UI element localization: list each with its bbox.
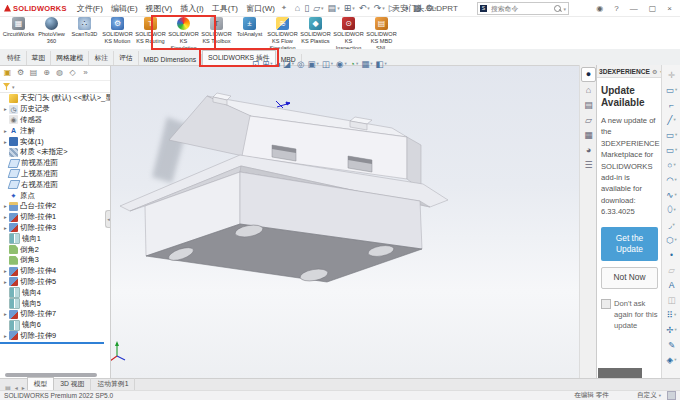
search-input[interactable] xyxy=(489,4,552,13)
tree-item[interactable]: 右视基准面 xyxy=(0,179,110,190)
caret-icon[interactable]: ▾ xyxy=(674,327,676,332)
caret-icon[interactable]: ▾ xyxy=(321,5,324,11)
addin-solidworks-simulation[interactable]: SOLIDWORKS Simulation xyxy=(167,16,200,49)
straight-slot-button[interactable]: ▭▾ xyxy=(666,142,677,157)
dont-ask-checkbox-row[interactable]: Don't ask again for this update xyxy=(601,298,658,332)
dimxpertmanager-tab-icon[interactable]: ⊕ xyxy=(41,67,52,78)
command-tab[interactable]: 标注 xyxy=(89,51,114,65)
command-tab[interactable]: 特征 xyxy=(2,51,27,65)
view-orientation-button[interactable]: ▣▾ xyxy=(308,59,319,69)
appearances-scenes-tab[interactable]: ◕ xyxy=(582,144,595,157)
command-tab[interactable]: 草图 xyxy=(27,51,52,65)
search-box[interactable]: S ▾ xyxy=(477,2,569,15)
caret-icon[interactable]: ▾ xyxy=(317,61,319,66)
tree-item[interactable]: 镜向1 xyxy=(0,233,110,244)
reference-plane-button[interactable]: ▱ xyxy=(668,262,675,277)
tree-item[interactable]: ▸A注解 xyxy=(0,125,110,136)
menubar-item[interactable]: 窗口(W) xyxy=(242,4,279,13)
caret-icon[interactable]: ▾ xyxy=(674,312,676,317)
caret-icon[interactable]: ▾ xyxy=(370,61,372,66)
expand-arrow-icon[interactable]: ▸ xyxy=(2,225,9,231)
addin-solidworks-flow-simulation[interactable]: ≋SOLIDWORKS Flow Simulation xyxy=(266,16,299,49)
tree-item[interactable]: 上视基准面 xyxy=(0,169,110,180)
section-view-button[interactable]: ◪▾ xyxy=(283,59,294,69)
caret-icon[interactable]: ▾ xyxy=(675,147,677,152)
tree-item[interactable]: 镜向4 xyxy=(0,287,110,298)
caret-icon[interactable]: ▾ xyxy=(331,61,333,66)
search-caret-icon[interactable]: ▾ xyxy=(563,6,566,12)
checkbox[interactable] xyxy=(601,299,611,309)
print-button[interactable]: ⊞▾ xyxy=(342,3,357,13)
addin-solidworks-toolbox[interactable]: TSOLIDWORKS Toolbox xyxy=(200,16,233,49)
menu-pin-icon[interactable]: ✦ xyxy=(281,4,287,12)
custom-properties-tab[interactable]: ☰ xyxy=(582,159,595,172)
caret-icon[interactable]: ▾ xyxy=(367,5,370,11)
expand-arrow-icon[interactable]: ▸ xyxy=(2,106,9,112)
caret-icon[interactable]: ▾ xyxy=(674,207,676,212)
new-document-button[interactable]: ▯ xyxy=(302,3,311,13)
tree-item[interactable]: ▸凸台-拉伸2 xyxy=(0,201,110,212)
expand-arrow-icon[interactable]: ▸ xyxy=(2,214,9,220)
caret-icon[interactable]: ▾ xyxy=(675,237,677,242)
status-units[interactable]: 自定义 xyxy=(637,391,657,400)
open-button[interactable]: ▱▾ xyxy=(311,3,325,13)
tree-item[interactable]: ⌖原点 xyxy=(0,190,110,201)
smart-dimension-button[interactable]: ✛ xyxy=(668,67,675,82)
hide-show-items-button[interactable]: ◉▾ xyxy=(336,59,347,69)
command-tab[interactable]: MBD Dimensions xyxy=(139,54,203,65)
menubar-item[interactable]: 文件(F) xyxy=(73,4,107,13)
quick-snaps-button[interactable]: ◈▾ xyxy=(667,352,677,367)
addin-solidworks-inspection[interactable]: ⊙SOLIDWORKS Inspection xyxy=(332,16,365,49)
tree-item[interactable]: 镜向5 xyxy=(0,298,110,309)
menubar-item[interactable]: 插入(I) xyxy=(176,4,208,13)
tree-filter-row[interactable]: ▾ xyxy=(0,81,110,93)
caret-icon[interactable]: ▾ xyxy=(356,61,358,66)
save-button[interactable]: ▤▾ xyxy=(326,3,342,13)
caret-icon[interactable]: ▾ xyxy=(352,5,355,11)
tree-item[interactable]: ▸切除-拉伸4 xyxy=(0,266,110,277)
apply-scene-button[interactable]: ▦▾ xyxy=(361,59,372,69)
tree-item[interactable]: ▸切除-拉伸9 xyxy=(0,331,110,342)
graphics-viewport[interactable] xyxy=(110,65,579,379)
spline-button[interactable]: ∿▾ xyxy=(666,187,676,202)
tree-item[interactable]: 前视基准面 xyxy=(0,158,110,169)
polygon-button[interactable]: ⬡▾ xyxy=(666,232,677,247)
command-tab[interactable]: 网格建模 xyxy=(51,51,89,65)
caret-icon[interactable]: ▾ xyxy=(292,61,294,66)
rollback-bar[interactable] xyxy=(0,342,104,344)
tree-item[interactable]: ▸切除-拉伸5 xyxy=(0,277,110,288)
more-tabs-tab-icon[interactable]: » xyxy=(80,67,91,78)
addin-solidworks-motion[interactable]: ⚙SOLIDWORKS Motion xyxy=(101,16,134,49)
expand-arrow-icon[interactable]: ▸ xyxy=(2,333,9,339)
featuremanager-tab-icon[interactable]: ▣ xyxy=(2,67,13,78)
caret-icon[interactable]: ▾ xyxy=(382,5,385,11)
status-tag-icon[interactable] xyxy=(667,391,676,400)
addin-photoview-360[interactable]: PhotoView 360 xyxy=(35,16,68,49)
caret-icon[interactable]: ▾ xyxy=(673,162,675,167)
circle-button[interactable]: ○▾ xyxy=(667,157,675,172)
edit-appearance-button[interactable]: ◔▾ xyxy=(350,59,358,69)
menubar-item[interactable]: 工具(T) xyxy=(208,4,242,13)
addin-circuitworks[interactable]: ▦CircuitWorks xyxy=(2,16,35,49)
command-tab[interactable]: 评估 xyxy=(114,51,139,65)
tree-root-item[interactable]: 天安门头 (默认) <<默认>_显示... xyxy=(0,93,110,104)
close-button[interactable]: × xyxy=(667,4,672,13)
tree-item[interactable]: ▸切除-拉伸1 xyxy=(0,212,110,223)
expand-arrow-icon[interactable]: ▸ xyxy=(2,268,9,274)
help-button[interactable]: ? xyxy=(614,4,618,13)
not-now-button[interactable]: Not Now xyxy=(601,267,658,288)
line-button[interactable]: ╱▾ xyxy=(667,112,675,127)
tree-item[interactable]: 倒角3 xyxy=(0,255,110,266)
design-library-tab[interactable]: ▤ xyxy=(582,99,595,112)
undo-button[interactable]: ↶▾ xyxy=(357,3,372,13)
caret-icon[interactable]: ▾ xyxy=(675,132,677,137)
file-explorer-tab[interactable]: ▱ xyxy=(582,114,595,127)
caret-icon[interactable]: ▾ xyxy=(675,177,677,182)
redo-button[interactable]: ↷▾ xyxy=(372,3,387,13)
home-button[interactable]: ⌂ xyxy=(293,3,302,13)
dynamic-annotation-views-button[interactable]: ◎ xyxy=(297,59,304,69)
menubar-item[interactable]: 编辑(E) xyxy=(107,4,142,13)
tree-item[interactable]: 倒角2 xyxy=(0,244,110,255)
addin-tolanalyst[interactable]: ±TolAnalyst xyxy=(233,16,266,49)
caret-icon[interactable]: ▾ xyxy=(673,117,675,122)
